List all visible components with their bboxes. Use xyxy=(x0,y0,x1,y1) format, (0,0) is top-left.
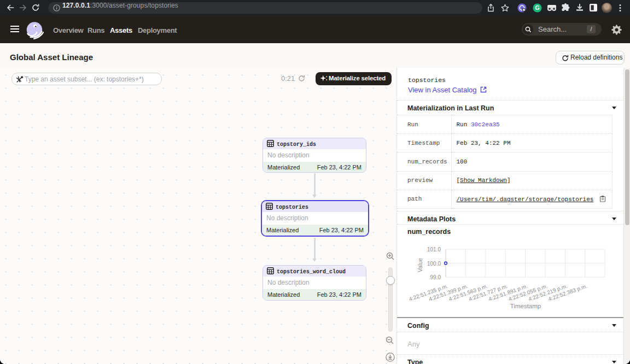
svg-text:101.0: 101.0 xyxy=(427,246,441,253)
svg-text:Value: Value xyxy=(417,258,423,272)
svg-text:100.0: 100.0 xyxy=(427,261,441,267)
svg-text:99.0: 99.0 xyxy=(430,274,441,280)
svg-text:G: G xyxy=(535,4,539,11)
svg-text:Timestamp: Timestamp xyxy=(510,303,541,309)
